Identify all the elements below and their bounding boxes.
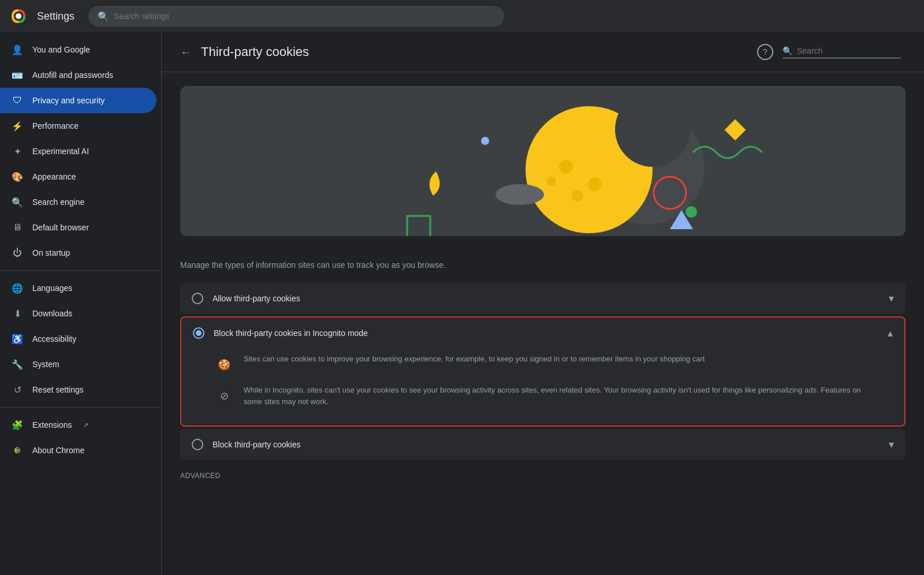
option-allow: Allow third-party cookies ▾ xyxy=(180,283,906,314)
sparkle-icon: ✦ xyxy=(12,145,23,157)
svg-point-11 xyxy=(547,177,556,186)
help-button[interactable]: ? xyxy=(757,44,773,60)
sidebar-item-downloads[interactable]: ⬇ Downloads xyxy=(0,301,157,326)
option-block-all: Block third-party cookies ▾ xyxy=(180,429,906,460)
sidebar-label-search-engine: Search engine xyxy=(32,197,84,207)
svg-point-17 xyxy=(495,184,544,205)
search-engine-icon: 🔍 xyxy=(12,196,23,208)
sidebar-label-privacy: Privacy and security xyxy=(32,96,105,105)
sidebar-label-autofill: Autofill and passwords xyxy=(32,70,113,80)
content-title: Third-party cookies xyxy=(201,44,309,59)
sidebar-label-appearance: Appearance xyxy=(32,172,76,181)
detail-item-1: 🍪 Sites can use cookies to improve your … xyxy=(214,353,872,375)
sidebar-label-you-and-google: You and Google xyxy=(32,45,90,54)
main-layout: 👤 You and Google 🪪 Autofill and password… xyxy=(0,32,924,575)
svg-point-3 xyxy=(16,449,19,452)
detail-item-2: ⊘ While in Incognito, sites can't use yo… xyxy=(214,384,872,407)
option-block-incognito-label: Block third-party cookies in Incognito m… xyxy=(214,328,888,338)
sidebar-label-default-browser: Default browser xyxy=(32,223,89,232)
chrome-logo-icon xyxy=(9,7,28,25)
sidebar-label-on-startup: On startup xyxy=(32,248,70,257)
sidebar-item-appearance[interactable]: 🎨 Appearance xyxy=(0,164,157,189)
svg-point-1 xyxy=(16,13,21,19)
option-block-incognito-header[interactable]: Block third-party cookies in Incognito m… xyxy=(181,318,904,349)
wrench-icon: 🔧 xyxy=(12,359,23,370)
sidebar-label-reset: Reset settings xyxy=(32,385,84,394)
option-block-incognito: Block third-party cookies in Incognito m… xyxy=(180,316,906,427)
option-block-all-header[interactable]: Block third-party cookies ▾ xyxy=(180,429,906,460)
sidebar-label-extensions: Extensions xyxy=(32,420,72,430)
browser-icon: 🖥 xyxy=(12,222,23,233)
sidebar-label-languages: Languages xyxy=(32,283,72,293)
header-search-icon: 🔍 xyxy=(783,46,792,55)
svg-point-12 xyxy=(481,137,489,145)
cookie-detail-icon: 🍪 xyxy=(214,354,234,375)
sidebar-label-experimental-ai: Experimental AI xyxy=(32,147,89,156)
search-bar[interactable]: 🔍 xyxy=(88,6,504,27)
search-input[interactable] xyxy=(114,12,495,21)
option-block-all-radio[interactable] xyxy=(192,439,203,450)
sidebar-item-default-browser[interactable]: 🖥 Default browser xyxy=(0,215,157,240)
reset-icon: ↺ xyxy=(12,384,23,395)
sidebar-label-about-chrome: About Chrome xyxy=(32,446,84,455)
header-search[interactable]: 🔍 xyxy=(783,46,901,58)
sidebar-label-downloads: Downloads xyxy=(32,309,72,318)
accessibility-icon: ♿ xyxy=(12,333,23,345)
external-link-icon: ↗ xyxy=(83,421,88,429)
puzzle-icon: 🧩 xyxy=(12,419,23,431)
content-area: ← Third-party cookies ? 🔍 xyxy=(162,32,924,575)
sidebar-item-about-chrome[interactable]: About Chrome xyxy=(0,438,157,463)
search-icon: 🔍 xyxy=(98,11,109,22)
page-title: Settings xyxy=(37,10,74,23)
cookie-illustration xyxy=(180,86,906,236)
sidebar-item-experimental-ai[interactable]: ✦ Experimental AI xyxy=(0,139,157,164)
sidebar-item-you-and-google[interactable]: 👤 You and Google xyxy=(0,37,157,62)
sidebar: 👤 You and Google 🪪 Autofill and password… xyxy=(0,32,162,575)
option-allow-radio[interactable] xyxy=(192,293,203,304)
sidebar-item-on-startup[interactable]: ⏻ On startup xyxy=(0,240,157,266)
sidebar-item-extensions[interactable]: 🧩 Extensions ↗ xyxy=(0,412,157,438)
sidebar-item-languages[interactable]: 🌐 Languages xyxy=(0,275,157,301)
svg-point-8 xyxy=(559,160,573,174)
content-header: ← Third-party cookies ? 🔍 xyxy=(162,32,924,72)
sidebar-item-autofill[interactable]: 🪪 Autofill and passwords xyxy=(0,62,157,88)
advanced-section: Advanced xyxy=(162,462,924,489)
person-icon: 👤 xyxy=(12,44,23,55)
globe-icon: 🌐 xyxy=(12,282,23,294)
sidebar-divider-1 xyxy=(0,270,161,271)
power-icon: ⏻ xyxy=(12,247,23,259)
header-search-input[interactable] xyxy=(797,46,901,55)
sidebar-item-privacy[interactable]: 🛡 Privacy and security xyxy=(0,88,157,113)
sidebar-label-performance: Performance xyxy=(32,121,79,130)
option-block-all-label: Block third-party cookies xyxy=(213,440,889,449)
option-block-incognito-details: 🍪 Sites can use cookies to improve your … xyxy=(181,349,904,425)
option-allow-label: Allow third-party cookies xyxy=(213,294,889,303)
sidebar-item-system[interactable]: 🔧 System xyxy=(0,352,157,377)
shield-icon: 🛡 xyxy=(12,95,23,106)
speed-icon: ⚡ xyxy=(12,120,23,132)
advanced-label: Advanced xyxy=(180,472,221,480)
chrome-icon xyxy=(12,445,23,456)
back-button[interactable]: ← xyxy=(180,46,192,59)
detail-text-1: Sites can use cookies to improve your br… xyxy=(244,353,705,375)
sidebar-divider-2 xyxy=(0,407,161,408)
content-header-left: ← Third-party cookies xyxy=(180,44,309,59)
option-block-incognito-radio[interactable] xyxy=(193,327,204,339)
content-header-right: ? 🔍 xyxy=(757,44,901,60)
option-allow-chevron: ▾ xyxy=(889,292,894,305)
download-icon: ⬇ xyxy=(12,308,23,319)
svg-point-10 xyxy=(572,190,583,201)
sidebar-label-accessibility: Accessibility xyxy=(32,334,76,343)
sidebar-item-reset[interactable]: ↺ Reset settings xyxy=(0,377,157,402)
sidebar-label-system: System xyxy=(32,360,59,369)
sidebar-item-performance[interactable]: ⚡ Performance xyxy=(0,113,157,139)
block-detail-icon: ⊘ xyxy=(214,386,234,406)
sidebar-item-search-engine[interactable]: 🔍 Search engine xyxy=(0,189,157,215)
option-block-all-chevron: ▾ xyxy=(889,438,894,451)
description-text: Manage the types of information sites ca… xyxy=(162,250,924,281)
option-block-incognito-chevron: ▴ xyxy=(888,327,893,339)
topbar: Settings 🔍 xyxy=(0,0,924,32)
svg-point-14 xyxy=(685,206,697,218)
option-allow-header[interactable]: Allow third-party cookies ▾ xyxy=(180,283,906,314)
sidebar-item-accessibility[interactable]: ♿ Accessibility xyxy=(0,326,157,352)
